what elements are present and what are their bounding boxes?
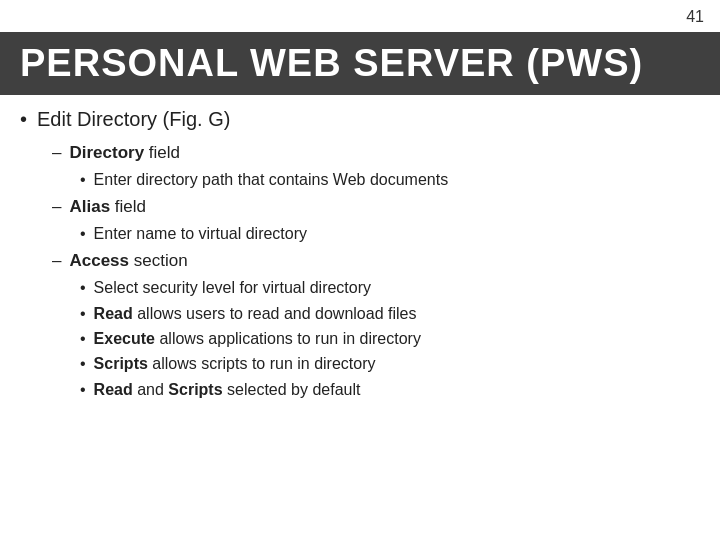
header-title: PERSONAL WEB SERVER (PWS) xyxy=(20,42,700,85)
sub-sub-dot-6: • xyxy=(80,353,86,375)
sub-dash-3: – xyxy=(52,249,61,273)
access-bold: Access xyxy=(69,251,129,270)
sub-dash-1: – xyxy=(52,141,61,165)
access-child-5-text: Read and Scripts selected by default xyxy=(94,379,361,401)
sub-sub-dot-4: • xyxy=(80,303,86,325)
sub-sub-dot-7: • xyxy=(80,379,86,401)
access-child-1: • Select security level for virtual dire… xyxy=(80,277,700,299)
sub-item-access: – Access section xyxy=(52,249,700,273)
access-child-4-text: Scripts allows scripts to run in directo… xyxy=(94,353,376,375)
sub-sub-dot-5: • xyxy=(80,328,86,350)
content-area: • Edit Directory (Fig. G) – Directory fi… xyxy=(20,105,700,405)
access-child-2-text: Read allows users to read and download f… xyxy=(94,303,417,325)
directory-child-1: • Enter directory path that contains Web… xyxy=(80,169,700,191)
sub-item-alias-text: Alias field xyxy=(69,195,146,219)
sub-list: – Directory field • Enter directory path… xyxy=(52,141,700,401)
sub-sub-dot-3: • xyxy=(80,277,86,299)
alias-bold: Alias xyxy=(69,197,110,216)
directory-bold: Directory xyxy=(69,143,144,162)
header-bar: PERSONAL WEB SERVER (PWS) xyxy=(0,32,720,95)
sub-item-access-text: Access section xyxy=(69,249,187,273)
access-child-5: • Read and Scripts selected by default xyxy=(80,379,700,401)
sub-item-directory: – Directory field xyxy=(52,141,700,165)
sub-item-alias: – Alias field xyxy=(52,195,700,219)
alias-children: • Enter name to virtual directory xyxy=(80,223,700,245)
access-child-3: • Execute allows applications to run in … xyxy=(80,328,700,350)
access-child-2: • Read allows users to read and download… xyxy=(80,303,700,325)
access-child-1-text: Select security level for virtual direct… xyxy=(94,277,371,299)
alias-child-1-text: Enter name to virtual directory xyxy=(94,223,307,245)
sub-sub-dot-1: • xyxy=(80,169,86,191)
access-child-4: • Scripts allows scripts to run in direc… xyxy=(80,353,700,375)
sub-item-directory-text: Directory field xyxy=(69,141,180,165)
alias-child-1: • Enter name to virtual directory xyxy=(80,223,700,245)
slide: 41 PERSONAL WEB SERVER (PWS) • Edit Dire… xyxy=(0,0,720,540)
directory-children: • Enter directory path that contains Web… xyxy=(80,169,700,191)
slide-number: 41 xyxy=(686,8,704,26)
main-bullet-text: Edit Directory (Fig. G) xyxy=(37,105,230,133)
sub-dash-2: – xyxy=(52,195,61,219)
sub-sub-dot-2: • xyxy=(80,223,86,245)
main-bullet: • Edit Directory (Fig. G) xyxy=(20,105,700,133)
main-bullet-dot: • xyxy=(20,105,27,133)
access-child-3-text: Execute allows applications to run in di… xyxy=(94,328,421,350)
directory-child-1-text: Enter directory path that contains Web d… xyxy=(94,169,449,191)
access-children: • Select security level for virtual dire… xyxy=(80,277,700,401)
